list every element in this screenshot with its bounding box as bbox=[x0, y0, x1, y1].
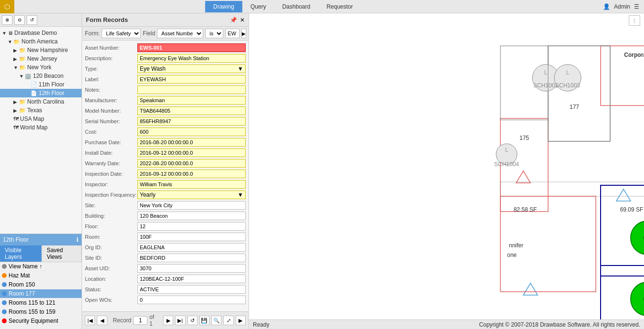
tree-item-12th-floor[interactable]: 📄12th Floor bbox=[0, 89, 82, 97]
form-field-value-10[interactable]: 2016-09-12 00:00:00.0 bbox=[137, 149, 246, 157]
form-field-value-0[interactable]: EWS-001 bbox=[137, 43, 246, 52]
form-field-value-18[interactable]: 100F bbox=[137, 233, 246, 241]
tab-saved-views[interactable]: Saved Views bbox=[42, 245, 82, 262]
expand-icon[interactable]: ▶ bbox=[13, 56, 19, 62]
form-title: Form Records bbox=[86, 16, 128, 23]
user-icon: 👤 bbox=[603, 3, 610, 10]
sidebar-btn-2[interactable]: ⊖ bbox=[14, 15, 25, 25]
tree-item-north-america[interactable]: ▼📁North America bbox=[0, 37, 82, 46]
form-field-value-1[interactable]: Emergency Eye Wash Station bbox=[137, 54, 246, 63]
form-field-value-3[interactable]: EYEWASH bbox=[137, 75, 246, 84]
form-field-value-15[interactable]: New York City bbox=[137, 201, 246, 210]
nav-zoom[interactable]: 🔍 bbox=[211, 316, 221, 325]
nav-expand[interactable]: ⤢ bbox=[223, 316, 233, 325]
pin-icon[interactable]: 📌 bbox=[230, 17, 237, 23]
record-current[interactable] bbox=[133, 316, 147, 325]
expand-icon[interactable]: ▼ bbox=[2, 31, 8, 36]
layer-item-room-150[interactable]: Room 150 bbox=[0, 280, 82, 289]
expand-icon[interactable]: ▶ bbox=[13, 48, 19, 53]
tree-item-new-jersey[interactable]: ▶📁New Jersey bbox=[0, 54, 82, 63]
layer-item-security-equipment[interactable]: Security Equipment bbox=[0, 317, 82, 326]
form-field-value-16[interactable]: 120 Beacon bbox=[137, 212, 246, 220]
operator-select[interactable]: is bbox=[205, 29, 223, 38]
svg-text:L: L bbox=[566, 69, 570, 76]
tree-item-world-map[interactable]: 🗺World Map bbox=[0, 123, 82, 132]
nav-more[interactable]: ▶ bbox=[236, 316, 246, 325]
room-175-label: 175 bbox=[519, 135, 529, 141]
layer-item-room-177[interactable]: Room 177 bbox=[0, 289, 82, 298]
form-field-value-19[interactable]: EAGLENA bbox=[137, 243, 246, 252]
form-field-value-23[interactable]: ACTIVE bbox=[137, 285, 246, 294]
nav-tab-drawing[interactable]: Drawing bbox=[205, 1, 242, 12]
tree-item-icon: 📁 bbox=[19, 56, 26, 62]
form-field-value-9[interactable]: 2016-08-20 00:00:00.0 bbox=[137, 138, 246, 147]
form-field-value-7[interactable]: 856FHR8947 bbox=[137, 117, 246, 126]
form-field-value-6[interactable]: T9AB644805 bbox=[137, 106, 246, 115]
field-select[interactable]: Asset Numbe bbox=[157, 29, 203, 38]
form-field-value-22[interactable]: 120BEAC-12-100F bbox=[137, 275, 246, 283]
form-field-value-14[interactable]: Yearly▼ bbox=[137, 191, 246, 199]
form-field-value-24[interactable]: 0 bbox=[137, 296, 246, 304]
form-field-value-2[interactable]: Eye Wash▼ bbox=[137, 64, 246, 73]
tree-item-label: Texas bbox=[27, 107, 42, 114]
form-header: Form Records 📌 ✕ bbox=[82, 13, 249, 27]
toolbar-btn-1[interactable]: ⋮ bbox=[629, 15, 640, 26]
tab-visible-layers[interactable]: Visible Layers bbox=[0, 245, 42, 262]
layer-item-haz-mat[interactable]: Haz Mat bbox=[0, 271, 82, 280]
menu-icon[interactable]: ☰ bbox=[634, 3, 639, 10]
tree-item-usa-map[interactable]: 🗺USA Map bbox=[0, 115, 82, 123]
tree-item-north-carolina[interactable]: ▶📁North Carolina bbox=[0, 97, 82, 106]
layer-item-rooms-115-to-121[interactable]: Rooms 115 to 121 bbox=[0, 298, 82, 308]
bottom-panel-icon[interactable]: ℹ bbox=[76, 236, 79, 243]
form-field-label-16: Building: bbox=[85, 213, 137, 219]
nav-next[interactable]: ▶ bbox=[163, 316, 173, 325]
nav-refresh[interactable]: ↺ bbox=[187, 316, 197, 325]
nav-prev[interactable]: ◀ bbox=[97, 316, 107, 325]
form-field-value-13[interactable]: William Travis bbox=[137, 180, 246, 189]
form-field-value-5[interactable]: Speakman bbox=[137, 96, 246, 105]
form-row-9: Purchase Date:2016-08-20 00:00:00.0 bbox=[82, 137, 249, 148]
expand-icon[interactable]: ▶ bbox=[13, 99, 19, 105]
layer-name: Security Equipment bbox=[9, 318, 58, 324]
tree-item-texas[interactable]: ▶📁Texas bbox=[0, 106, 82, 115]
layer-item-rooms-155-to-159[interactable]: Rooms 155 to 159 bbox=[0, 308, 82, 317]
sidebar-btn-3[interactable]: ↺ bbox=[27, 15, 37, 25]
tree-item-drawbase-demo[interactable]: ▼🖥Drawbase Demo bbox=[0, 29, 82, 37]
tree-item-label: 120 Beacon bbox=[33, 73, 63, 79]
nav-first[interactable]: |◀ bbox=[85, 316, 95, 325]
nav-save[interactable]: 💾 bbox=[199, 316, 209, 325]
form-field-value-8[interactable]: 600 bbox=[137, 127, 246, 136]
form-select[interactable]: Life Safety bbox=[102, 29, 141, 38]
tree-item-icon: 📁 bbox=[19, 64, 26, 71]
form-field-label-6: Model Number: bbox=[85, 108, 137, 114]
form-field-value-11[interactable]: 2022-08-20 00:00:00.0 bbox=[137, 159, 246, 168]
expand-icon[interactable]: ▼ bbox=[13, 65, 19, 70]
sidebar-btn-1[interactable]: ⊕ bbox=[2, 15, 12, 25]
expand-icon[interactable]: ▶ bbox=[13, 108, 19, 113]
nav-tab-query[interactable]: Query bbox=[242, 1, 274, 12]
tree-item-new-hampshire[interactable]: ▶📁New Hampshire bbox=[0, 46, 82, 54]
filter-input[interactable] bbox=[225, 29, 239, 38]
form-row-22: Location:120BEAC-12-100F bbox=[82, 274, 249, 284]
filter-expand-btn[interactable]: ▶ bbox=[241, 29, 246, 38]
tree-item-11th-floor[interactable]: 📄11th Floor bbox=[0, 80, 82, 89]
layer-color-dot bbox=[2, 300, 7, 305]
layer-color-dot bbox=[2, 309, 7, 314]
form-field-value-4[interactable] bbox=[137, 85, 246, 94]
form-field-value-17[interactable]: 12 bbox=[137, 222, 246, 231]
expand-icon[interactable]: ▼ bbox=[8, 39, 13, 44]
nav-tab-requestor[interactable]: Requestor bbox=[318, 1, 361, 12]
corporate-label: Corporate bbox=[624, 52, 644, 58]
layer-item-view-name[interactable]: View Name ↑ bbox=[0, 262, 82, 271]
form-field-value-12[interactable]: 2016-09-12 00:00:00.0 bbox=[137, 170, 246, 178]
form-field-value-20[interactable]: BEDFORD bbox=[137, 254, 246, 262]
nav-tab-dashboard[interactable]: Dashboard bbox=[274, 1, 319, 12]
tree-item-120-beacon[interactable]: ▼🏢120 Beacon bbox=[0, 72, 82, 80]
expand-icon[interactable]: ▼ bbox=[19, 74, 25, 79]
close-icon[interactable]: ✕ bbox=[240, 17, 245, 23]
nav-last[interactable]: ▶| bbox=[175, 316, 185, 325]
form-field-value-21[interactable]: 3070 bbox=[137, 264, 246, 273]
bottom-panel-header: 12th Floor ℹ bbox=[0, 234, 82, 245]
tree-item-new-york[interactable]: ▼📁New York bbox=[0, 63, 82, 72]
form-field-label-8: Cost: bbox=[85, 129, 137, 135]
